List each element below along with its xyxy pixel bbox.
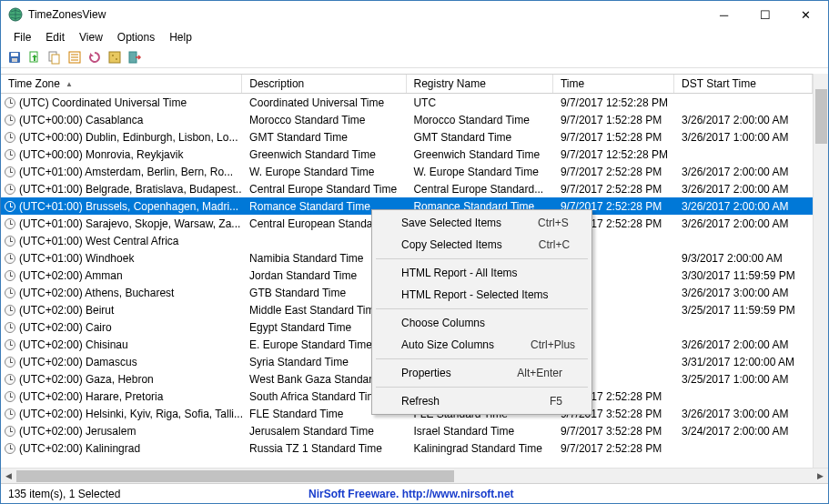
cell-time: 9/7/2017 1:52:28 PM [553,131,674,144]
cell-reg: W. Europe Standard Time [406,166,552,178]
properties-icon[interactable] [66,49,83,66]
clock-icon [5,287,15,298]
cell-tz: (UTC) Coordinated Universal Time [1,96,242,109]
menu-edit[interactable]: Edit [38,29,72,45]
table-row[interactable]: (UTC) Coordinated Universal TimeCoordina… [1,94,813,111]
clock-icon [5,443,15,454]
toolbar [1,46,828,68]
cell-tz: (UTC+02:00) Chisinau [1,338,242,351]
cell-time: 9/7/2017 2:52:28 PM [553,442,674,455]
export-icon[interactable] [26,49,43,66]
cell-tz: (UTC+02:00) Beirut [1,304,242,317]
context-menu-item[interactable]: RefreshF5 [374,390,590,412]
svg-rect-14 [129,52,136,63]
copy-icon[interactable] [46,49,63,66]
table-row[interactable]: (UTC+00:00) Monrovia, ReykjavikGreenwich… [1,146,813,163]
save-icon[interactable] [6,49,23,66]
menu-separator [376,358,588,359]
titlebar: TimeZonesView ─ ☐ ✕ [1,1,828,28]
options-icon[interactable] [106,49,123,66]
cell-tz: (UTC+02:00) Damascus [1,356,242,368]
cell-desc: Jerusalem Standard Time [242,425,406,438]
context-menu-item[interactable]: HTML Report - Selected Items [374,284,590,306]
context-menu-item[interactable]: Save Selected ItemsCtrl+S [374,212,590,234]
cell-tz: (UTC+02:00) Harare, Pretoria [1,390,242,403]
scroll-right-icon[interactable]: ▶ [813,469,828,484]
cell-tz: (UTC+01:00) Sarajevo, Skopje, Warsaw, Za… [1,217,242,230]
vertical-scrollbar[interactable] [813,74,828,468]
svg-point-12 [112,55,114,56]
cell-dst: 3/26/2017 2:00:00 AM [674,114,813,126]
clock-icon [5,391,15,402]
menu-label: HTML Report - Selected Items [401,288,585,301]
menu-label: Copy Selected Items [401,238,539,251]
cell-tz: (UTC+01:00) Belgrade, Bratislava, Budape… [1,183,242,196]
column-header[interactable]: Time Zone▲ [1,75,242,93]
cell-dst: 3/26/2017 2:00:00 AM [674,338,813,351]
minimize-button[interactable]: ─ [703,2,744,27]
context-menu-item[interactable]: Copy Selected ItemsCtrl+C [374,234,590,256]
column-header[interactable]: Description [242,75,406,93]
horizontal-scrollbar[interactable]: ◀ ▶ [1,468,828,483]
context-menu-item[interactable]: PropertiesAlt+Enter [374,362,590,384]
menu-separator [376,258,588,259]
clock-icon [5,236,15,247]
menu-help[interactable]: Help [162,29,199,45]
cell-time: 9/7/2017 2:52:28 PM [553,183,674,196]
app-icon [8,7,23,22]
cell-desc: Russia TZ 1 Standard Time [242,442,406,455]
cell-desc: Greenwich Standard Time [242,148,406,161]
clock-icon [5,166,15,177]
column-header[interactable]: DST Start Time [674,75,813,93]
table-row[interactable]: (UTC+00:00) CasablancaMorocco Standard T… [1,111,813,128]
clock-icon [5,322,15,333]
context-menu-item[interactable]: Choose Columns [374,312,590,334]
clock-icon [5,132,15,143]
menu-separator [376,308,588,309]
column-header[interactable]: Time [553,75,674,93]
cell-time: 9/7/2017 12:52:28 PM [553,96,674,109]
menu-options[interactable]: Options [110,29,162,45]
credit-link[interactable]: NirSoft Freeware. http://www.nirsoft.net [308,488,514,500]
cell-tz: (UTC+00:00) Dublin, Edinburgh, Lisbon, L… [1,131,242,144]
scroll-left-icon[interactable]: ◀ [1,469,16,484]
svg-point-13 [116,58,117,60]
table-row[interactable]: (UTC+01:00) Amsterdam, Berlin, Bern, Ro.… [1,163,813,180]
cell-reg: Central Europe Standard... [406,183,552,196]
table-row[interactable]: (UTC+00:00) Dublin, Edinburgh, Lisbon, L… [1,128,813,146]
cell-reg: Kaliningrad Standard Time [406,442,552,455]
clock-icon [5,339,15,350]
cell-reg: UTC [406,96,552,109]
cell-dst: 3/30/2017 11:59:59 PM [674,269,813,282]
menu-view[interactable]: View [72,29,110,45]
menu-separator [376,387,588,388]
menu-label: Refresh [401,395,550,408]
column-header-row: Time Zone▲DescriptionRegistry NameTimeDS… [1,74,813,94]
menubar: FileEditViewOptionsHelp [1,28,828,46]
cell-tz: (UTC+02:00) Amman [1,269,242,282]
close-button[interactable]: ✕ [785,2,826,27]
column-header[interactable]: Registry Name [407,75,553,93]
clock-icon [5,218,15,229]
clock-icon [5,115,15,126]
clock-icon [5,201,15,212]
menu-label: Properties [401,367,517,379]
maximize-button[interactable]: ☐ [744,2,785,27]
cell-tz: (UTC+02:00) Cairo [1,321,242,334]
refresh-icon[interactable] [86,49,103,66]
cell-dst: 9/3/2017 2:00:00 AM [674,252,813,265]
table-row[interactable]: (UTC+01:00) Belgrade, Bratislava, Budape… [1,180,813,197]
context-menu-item[interactable]: HTML Report - All Items [374,262,590,284]
table-row[interactable]: (UTC+02:00) JerusalemJerusalem Standard … [1,422,813,439]
svg-rect-3 [12,58,17,62]
table-row[interactable]: (UTC+02:00) KaliningradRussia TZ 1 Stand… [1,439,813,457]
cell-dst: 3/25/2017 11:59:59 PM [674,304,813,317]
context-menu-item[interactable]: Auto Size ColumnsCtrl+Plus [374,334,590,356]
menu-shortcut: Alt+Enter [517,367,562,379]
exit-icon[interactable] [126,49,143,66]
cell-dst: 3/26/2017 2:00:00 AM [674,183,813,196]
menu-file[interactable]: File [6,29,38,45]
cell-desc: Central Europe Standard Time [242,183,406,196]
cell-desc: Morocco Standard Time [242,114,406,126]
menu-label: HTML Report - All Items [401,267,562,279]
